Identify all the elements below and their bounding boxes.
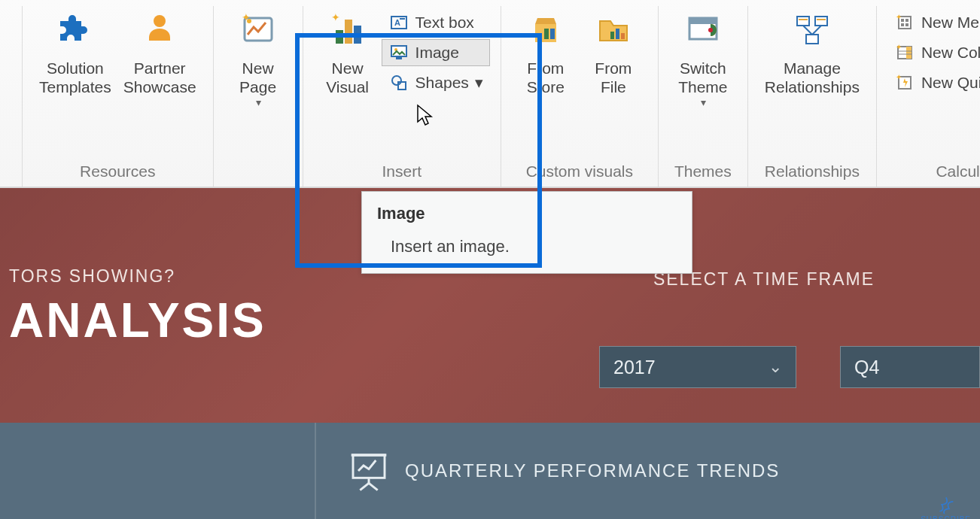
group-resources: Solution Templates Partner Showcase Reso… — [23, 6, 214, 187]
svg-rect-39 — [906, 47, 912, 59]
chart-icon: ✦ — [327, 9, 369, 51]
group-relationships: Manage Relationships Relationships — [748, 6, 877, 187]
tooltip-title: Image — [377, 204, 677, 223]
quick-icon: ✦ — [894, 72, 915, 93]
group-themes: Switch Theme ▾ Themes — [659, 6, 748, 187]
relationships-icon — [791, 9, 833, 51]
subscribe-watermark: SUBSCRIBE — [921, 497, 971, 519]
switch-theme-button[interactable]: Switch Theme ▾ — [669, 6, 737, 112]
group-label-calculations: Calcula — [887, 158, 980, 182]
svg-text:✦: ✦ — [331, 12, 340, 23]
ribbon: Solution Templates Partner Showcase Reso… — [0, 0, 980, 188]
svg-rect-27 — [806, 35, 818, 44]
partner-showcase-button[interactable]: Partner Showcase — [117, 6, 202, 99]
new-page-button[interactable]: ✦ New Page ▾ — [224, 6, 292, 112]
svg-rect-5 — [345, 20, 352, 44]
chevron-down-icon: ▾ — [475, 74, 483, 92]
chevron-down-icon: ▾ — [256, 96, 261, 109]
new-page-icon: ✦ — [237, 9, 279, 51]
svg-rect-26 — [815, 17, 827, 26]
panel-row: QUARTERLY PERFORMANCE TRENDS — [0, 423, 980, 519]
from-file-button[interactable]: From File — [580, 6, 647, 99]
solution-templates-button[interactable]: Solution Templates — [33, 6, 117, 99]
store-icon — [525, 9, 567, 51]
tooltip-body: Insert an image. — [377, 223, 677, 256]
dna-icon — [935, 494, 957, 517]
svg-rect-20 — [616, 29, 619, 39]
group-label-insert: Insert — [314, 158, 490, 182]
svg-rect-19 — [610, 32, 614, 39]
new-visual-button[interactable]: ✦ New Visual — [314, 6, 382, 99]
image-button[interactable]: Image — [382, 39, 490, 66]
svg-line-49 — [369, 483, 378, 490]
text-box-button[interactable]: A Text box — [382, 9, 490, 36]
svg-rect-18 — [550, 29, 555, 39]
new-column-button[interactable]: ✦ New Col — [887, 39, 980, 66]
group-label-custom-visuals: Custom visuals — [512, 158, 647, 182]
svg-point-24 — [708, 28, 713, 32]
column-icon: ✦ — [894, 42, 915, 63]
svg-text:✦: ✦ — [242, 12, 251, 23]
svg-rect-4 — [336, 30, 343, 44]
image-icon — [388, 42, 409, 63]
svg-rect-13 — [396, 56, 402, 59]
shapes-button[interactable]: Shapes ▾ — [382, 69, 490, 96]
group-partial-left — [0, 6, 23, 187]
svg-rect-25 — [797, 17, 809, 26]
tooltip: Image Insert an image. — [361, 191, 692, 274]
svg-rect-21 — [621, 33, 625, 39]
svg-rect-36 — [905, 23, 908, 26]
svg-point-0 — [154, 15, 166, 27]
svg-rect-34 — [905, 19, 908, 22]
chevron-down-icon: ▾ — [701, 96, 706, 109]
presentation-chart-icon — [348, 450, 390, 492]
quarter-dropdown[interactable]: Q4 — [840, 346, 980, 388]
svg-text:A: A — [394, 18, 400, 27]
panel-label: QUARTERLY PERFORMANCE TRENDS — [405, 460, 780, 481]
svg-rect-23 — [689, 18, 717, 24]
group-label-relationships: Relationships — [759, 158, 866, 182]
svg-rect-45 — [353, 455, 385, 478]
group-pages: ✦ New Page ▾ — [214, 6, 303, 187]
svg-rect-15 — [398, 82, 406, 90]
group-custom-visuals: From Store From File Custom visuals — [501, 6, 659, 187]
svg-text:✦: ✦ — [896, 74, 902, 81]
svg-line-29 — [812, 26, 821, 35]
group-calculations: ✦ New Me ✦ New Col ✦ New Qui C — [877, 6, 980, 187]
from-store-button[interactable]: From Store — [512, 6, 580, 99]
group-label-resources: Resources — [33, 158, 202, 182]
svg-rect-35 — [901, 23, 904, 26]
svg-text:✦: ✦ — [896, 44, 902, 51]
svg-rect-17 — [544, 29, 549, 39]
svg-point-14 — [392, 76, 401, 85]
svg-line-48 — [360, 483, 369, 490]
group-label-themes: Themes — [669, 158, 737, 182]
svg-line-28 — [803, 26, 812, 35]
person-icon — [138, 9, 181, 51]
year-dropdown[interactable]: 2017 ⌄ — [599, 346, 796, 388]
puzzle-icon — [54, 9, 96, 51]
measure-icon: ✦ — [894, 12, 915, 33]
folder-chart-icon — [592, 9, 635, 51]
panel-left — [0, 423, 315, 519]
panel-quarterly-trends: QUARTERLY PERFORMANCE TRENDS — [315, 423, 980, 519]
chevron-down-icon: ⌄ — [768, 357, 782, 377]
new-quick-button[interactable]: ✦ New Qui — [887, 69, 980, 96]
shapes-icon — [388, 72, 409, 93]
manage-relationships-button[interactable]: Manage Relationships — [759, 6, 866, 99]
group-insert: ✦ New Visual A Text box Image — [303, 6, 501, 187]
svg-text:✦: ✦ — [896, 14, 902, 21]
text-box-icon: A — [388, 12, 409, 33]
theme-icon — [682, 9, 724, 51]
new-measure-button[interactable]: ✦ New Me — [887, 9, 980, 36]
report-title: ANALYSIS — [9, 293, 957, 348]
svg-rect-6 — [354, 26, 361, 44]
